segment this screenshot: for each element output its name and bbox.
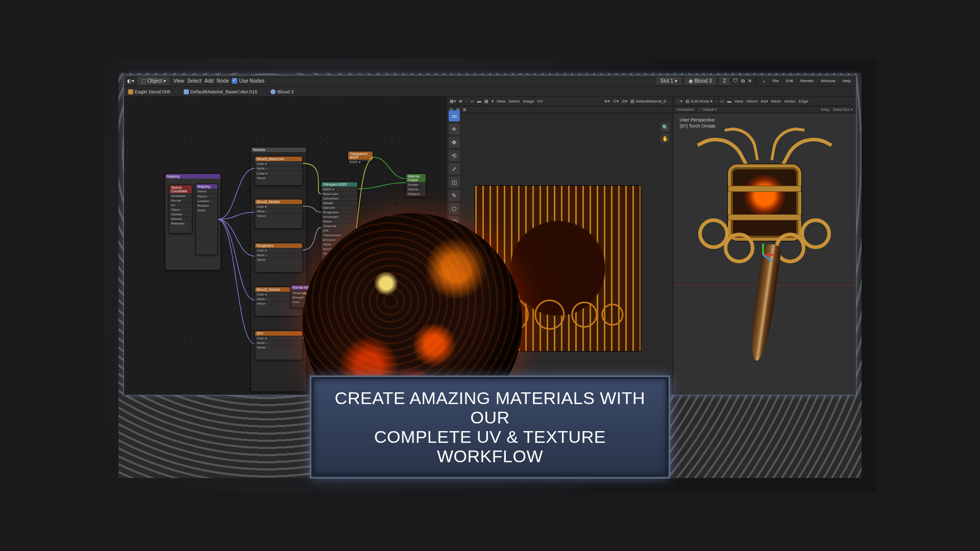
- node-title: Roughness: [255, 243, 302, 248]
- pivot-icon[interactable]: ⊕▾: [604, 99, 610, 104]
- menu-mesh[interactable]: Mesh: [771, 99, 781, 104]
- tool-select-box[interactable]: ▭: [449, 110, 460, 121]
- top-app-menu: ⟁ File Edit Render Window Help: [757, 78, 856, 84]
- shield-icon[interactable]: ⛉: [733, 78, 738, 84]
- menu-node[interactable]: Node: [217, 78, 229, 84]
- node-mapping[interactable]: Mapping VectorPoint ▾LocationRotationSca…: [195, 184, 218, 255]
- node-title: Texture Coordinate: [169, 185, 192, 193]
- tool-transform[interactable]: ◫: [449, 177, 460, 188]
- menu-add[interactable]: Add: [205, 78, 214, 84]
- sel-face-icon[interactable]: ▬: [727, 99, 731, 104]
- blender-window: Asset ManagerLayoutModelingSculptingUV E…: [124, 75, 856, 395]
- node-title: Blood3_BaseColor: [255, 157, 302, 161]
- breadcrumb-object[interactable]: Eagle Decal.005: [128, 89, 170, 94]
- display-icon3[interactable]: ▦: [463, 108, 467, 112]
- chevron-right-icon: 〉: [261, 88, 266, 95]
- node-texture-coordinate[interactable]: Texture Coordinate GeneratedNormalUVObje…: [169, 185, 192, 234]
- tool-move[interactable]: ✥: [449, 137, 460, 148]
- node-image-texture-metallic[interactable]: Blood3_Metallic Color ●Alpha ○Vector: [255, 199, 303, 229]
- use-nodes-checkbox[interactable]: Use Nodes: [232, 78, 264, 84]
- zoom-icon[interactable]: 🔍: [660, 122, 670, 132]
- menu-select[interactable]: Select: [187, 78, 202, 84]
- snap-icon[interactable]: ⊙▾: [613, 99, 619, 104]
- dropdown-icon[interactable]: ▾: [492, 99, 494, 104]
- node-image-texture-roughness[interactable]: Roughness Color ●Alpha ○Vector: [255, 243, 303, 272]
- tool-scale[interactable]: ⤢: [449, 163, 460, 174]
- sel-face-icon[interactable]: ▬: [477, 99, 481, 104]
- uv-editor-subheader: ▥ ▤ ▦: [447, 106, 673, 113]
- menu-view[interactable]: View: [734, 99, 743, 104]
- menu-vertex[interactable]: Vertex: [784, 99, 796, 104]
- duplicate-icon[interactable]: ⧉: [741, 78, 745, 84]
- 3d-viewport[interactable]: ⬚▾ ▤ Edit Mode ▾ ▫ ▭ ▬ View Select Add M…: [673, 97, 856, 395]
- shader-editor-header: ◐▾ ⬚ Object ▾ View Select Add Node Use N…: [124, 76, 856, 87]
- node-title: Mapping: [196, 184, 217, 189]
- menu-view[interactable]: View: [173, 78, 184, 84]
- editor-type-icon[interactable]: ▦▾: [450, 99, 456, 104]
- torch-model[interactable]: [708, 142, 821, 361]
- torch-horn: [724, 124, 759, 165]
- frame-title: Mapping: [165, 174, 220, 179]
- mode-dropdown[interactable]: ▤ Edit Mode ▾: [685, 99, 713, 104]
- menu-window[interactable]: Window: [819, 78, 837, 84]
- node-material-output[interactable]: Material Output SurfaceVolumeDisplace: [406, 173, 426, 197]
- sel-edge-icon[interactable]: ▭: [470, 99, 474, 104]
- close-icon[interactable]: ✕: [748, 78, 752, 84]
- node-title: Blood3_Metallic: [255, 199, 302, 204]
- mode-dropdown[interactable]: ⬚ Object ▾: [137, 77, 170, 85]
- orientation-dropdown[interactable]: ⬚ Default ▾: [698, 108, 717, 112]
- material-users[interactable]: 2: [719, 77, 730, 85]
- node-image-texture-sfx[interactable]: SFX Color ●Alpha ○Vector: [255, 331, 303, 360]
- menu-render[interactable]: Render: [798, 78, 816, 84]
- transform-gizmo[interactable]: [753, 244, 776, 267]
- menu-file[interactable]: File: [770, 78, 781, 84]
- uv-toolbar: ▭ ✛ ✥ ⟲ ⤢ ◫ ✎ ⬡ ◯: [449, 110, 460, 228]
- slot-dropdown[interactable]: Slot 1 ▾: [656, 77, 681, 85]
- node-title: Material Output: [406, 174, 426, 182]
- editor-type-icon[interactable]: ⬚▾: [676, 99, 682, 104]
- menu-select[interactable]: Select: [746, 99, 757, 104]
- tool-annotate[interactable]: ✎: [449, 190, 460, 201]
- sel-vert-icon[interactable]: ▫: [716, 99, 717, 104]
- sel-island-icon[interactable]: ▦: [484, 99, 488, 104]
- 3d-viewport-subheader: Orientation: ⬚ Default ▾ Drag: Select Bo…: [673, 106, 856, 113]
- node-title: Transparent BSDF: [348, 152, 373, 160]
- editor-type-icon[interactable]: ◐▾: [127, 78, 134, 84]
- node-title: Principled BSDF: [322, 182, 357, 187]
- drag-dropdown[interactable]: Select Box ▾: [833, 108, 853, 112]
- menu-edit[interactable]: Edit: [784, 78, 795, 84]
- gizmo-y-axis[interactable]: [763, 244, 764, 255]
- tool-rip[interactable]: ⬡: [449, 203, 460, 214]
- image-selector[interactable]: ▧ DefaultMaterial_B…: [630, 99, 670, 104]
- menu-help[interactable]: Help: [841, 78, 853, 84]
- caption-line2: COMPLETE UV & TEXTURE WORKFLOW: [374, 427, 606, 466]
- uv-editor-header: ▦▾ ⇄ ▫ ▭ ▬ ▦ ▾ View Select Image UV ⊕▾ ⊙…: [447, 97, 673, 106]
- promo-caption: CREATE AMAZING MATERIALS WITH OUR COMPLE…: [311, 377, 669, 477]
- node-image-texture-basecolor[interactable]: Blood3_BaseColor Color ●Alpha ○Linear ▾V…: [255, 156, 303, 186]
- sel-edge-icon[interactable]: ▭: [720, 99, 724, 104]
- uv-menu-view[interactable]: View: [497, 99, 505, 104]
- uv-menu-image[interactable]: Image: [523, 99, 534, 104]
- 3d-viewport-header: ⬚▾ ▤ Edit Mode ▾ ▫ ▭ ▬ View Select Add M…: [673, 97, 856, 106]
- uv-nav-gizmos: 🔍 ✋: [660, 122, 670, 143]
- uv-menu-uv[interactable]: UV: [537, 99, 543, 104]
- sel-vert-icon[interactable]: ▫: [465, 99, 467, 104]
- drag-label: Drag:: [821, 108, 829, 111]
- blender-icon: ⟁: [761, 78, 767, 84]
- node-transparent-bsdf[interactable]: Transparent BSDF BSDF ●: [348, 151, 373, 162]
- pan-icon[interactable]: ✋: [660, 134, 670, 143]
- tool-rotate[interactable]: ⟲: [449, 150, 460, 161]
- breadcrumb-material[interactable]: DefaultMaterial_BaseColor.015: [184, 89, 258, 94]
- sync-icon[interactable]: ⇄: [459, 99, 462, 104]
- frame-title: Textures: [251, 147, 306, 152]
- caption-line1: CREATE AMAZING MATERIALS WITH OUR: [335, 388, 645, 427]
- torch-ring: [724, 233, 754, 263]
- tool-cursor[interactable]: ✛: [449, 123, 460, 135]
- menu-add[interactable]: Add: [761, 99, 768, 104]
- menu-edge[interactable]: Edge: [799, 99, 808, 104]
- breadcrumb-nodegroup[interactable]: Blood 3: [271, 89, 293, 94]
- proportional-icon[interactable]: ◎▾: [622, 99, 627, 104]
- orientation-label: Orientation:: [676, 108, 695, 111]
- uv-menu-select[interactable]: Select: [508, 99, 520, 104]
- material-selector[interactable]: ◉ Blood 3: [684, 77, 716, 85]
